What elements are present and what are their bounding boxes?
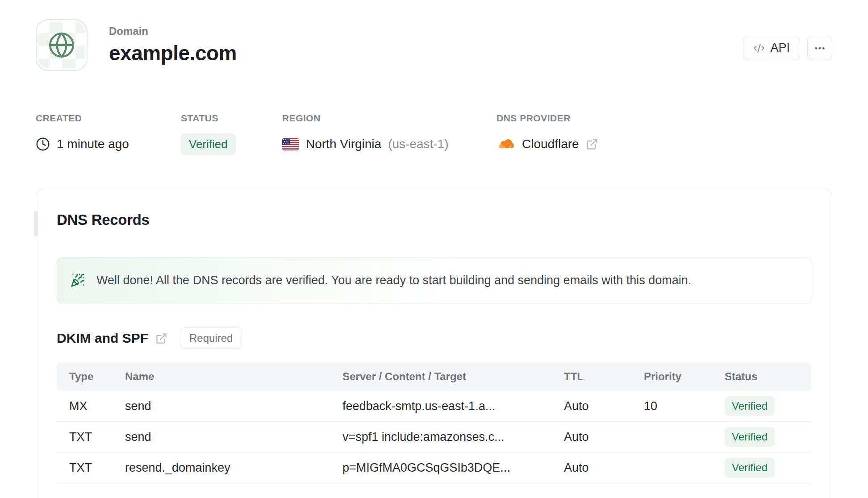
record-ttl: Auto bbox=[564, 430, 644, 444]
record-status-badge: Verified bbox=[725, 427, 775, 447]
dns-provider-label: DNS PROVIDER bbox=[497, 113, 598, 124]
clock-icon bbox=[36, 137, 50, 151]
code-icon bbox=[753, 42, 765, 54]
external-link-icon bbox=[155, 332, 167, 344]
col-ttl: TTL bbox=[564, 370, 644, 383]
dns-records-card: DNS Records Well done! All the DNS recor… bbox=[36, 189, 832, 498]
required-badge: Required bbox=[180, 328, 242, 349]
meta-status: STATUS Verified bbox=[181, 113, 282, 155]
page-title: example.com bbox=[109, 41, 237, 65]
region-value: North Virginia bbox=[306, 137, 381, 151]
record-type: MX bbox=[69, 399, 125, 413]
table-header: Type Name Server / Content / Target TTL … bbox=[57, 362, 811, 391]
col-priority: Priority bbox=[644, 370, 725, 383]
dns-records-title: DNS Records bbox=[57, 212, 811, 228]
domain-page: Domain example.com API CREATED bbox=[0, 0, 868, 498]
status-badge: Verified bbox=[181, 133, 236, 155]
page-header: Domain example.com API bbox=[36, 19, 832, 71]
record-name: resend._domainkey bbox=[125, 461, 342, 475]
success-banner-text: Well done! All the DNS records are verif… bbox=[96, 274, 691, 287]
us-flag-icon bbox=[282, 138, 299, 150]
col-type: Type bbox=[69, 370, 125, 383]
created-label: CREATED bbox=[36, 113, 181, 124]
status-label: STATUS bbox=[181, 113, 282, 124]
title-block: Domain example.com bbox=[109, 25, 237, 65]
table-row: MX send feedback-smtp.us-east-1.a... Aut… bbox=[57, 391, 811, 422]
meta-region: REGION Nor bbox=[282, 113, 497, 155]
table-row: TXT resend._domainkey p=MIGfMA0GCSqGSIb3… bbox=[57, 452, 811, 483]
success-banner: Well done! All the DNS records are verif… bbox=[57, 257, 811, 303]
dkim-spf-docs-link[interactable] bbox=[155, 332, 167, 344]
created-value: 1 minute ago bbox=[57, 137, 129, 151]
table-row: TXT send v=spf1 include:amazonses.c... A… bbox=[57, 422, 811, 452]
dns-records-table: Type Name Server / Content / Target TTL … bbox=[57, 362, 811, 483]
dkim-spf-section-header: DKIM and SPF Required bbox=[57, 328, 811, 349]
dns-provider-value: Cloudflare bbox=[522, 137, 579, 151]
ellipsis-icon bbox=[814, 42, 826, 54]
cloudflare-icon bbox=[497, 138, 515, 150]
globe-icon bbox=[48, 31, 75, 59]
external-link-icon bbox=[586, 138, 598, 150]
region-label: REGION bbox=[282, 113, 497, 124]
record-type: TXT bbox=[69, 461, 125, 475]
domain-identity: Domain example.com bbox=[36, 19, 237, 71]
record-name: send bbox=[125, 399, 342, 413]
record-content[interactable]: p=MIGfMA0GCSqGSIb3DQE... bbox=[342, 461, 564, 475]
col-name: Name bbox=[125, 370, 342, 383]
more-options-button[interactable] bbox=[807, 36, 832, 60]
dns-provider-link[interactable] bbox=[586, 138, 598, 150]
record-status-badge: Verified bbox=[725, 458, 775, 477]
domain-meta: CREATED 1 minute ago STATUS Verified REG… bbox=[36, 113, 832, 155]
page-eyebrow: Domain bbox=[109, 25, 237, 37]
record-type: TXT bbox=[69, 430, 125, 444]
dkim-spf-title: DKIM and SPF bbox=[57, 331, 148, 346]
record-ttl: Auto bbox=[564, 461, 644, 475]
record-ttl: Auto bbox=[564, 399, 644, 413]
record-content[interactable]: v=spf1 include:amazonses.c... bbox=[342, 430, 564, 444]
col-status: Status bbox=[725, 370, 811, 383]
domain-avatar bbox=[36, 19, 88, 71]
record-priority: 10 bbox=[644, 399, 725, 413]
header-actions: API bbox=[743, 36, 832, 60]
record-content[interactable]: feedback-smtp.us-east-1.a... bbox=[342, 399, 564, 413]
col-content: Server / Content / Target bbox=[342, 370, 564, 383]
record-name: send bbox=[125, 430, 342, 444]
scroll-accent-pill bbox=[34, 211, 38, 237]
meta-dns-provider: DNS PROVIDER Cloudflare bbox=[497, 113, 598, 155]
record-status-badge: Verified bbox=[725, 396, 775, 416]
party-popper-icon bbox=[71, 273, 85, 287]
meta-created: CREATED 1 minute ago bbox=[36, 113, 181, 155]
region-code: (us-east-1) bbox=[388, 137, 448, 151]
api-button[interactable]: API bbox=[743, 36, 800, 60]
api-button-label: API bbox=[770, 41, 790, 55]
